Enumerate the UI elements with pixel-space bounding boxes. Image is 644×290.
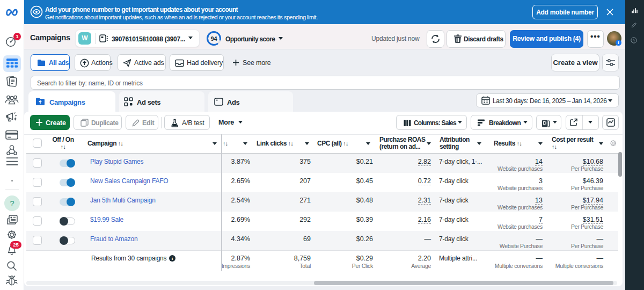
svg-text:94: 94 xyxy=(210,35,217,42)
